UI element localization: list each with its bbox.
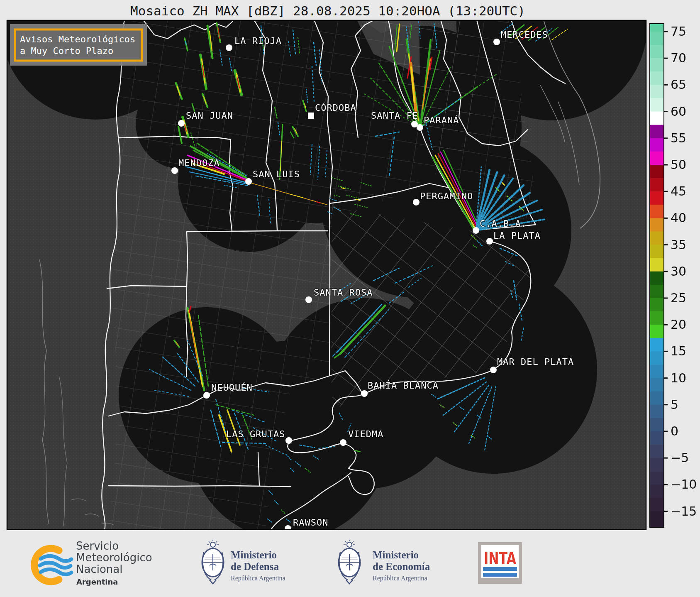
city-label: LAS GRUTAS (226, 429, 285, 439)
colorbar-segment (650, 191, 664, 205)
colorbar-tick-label: 50 (671, 157, 686, 172)
colorbar-segment (650, 85, 664, 98)
smn-text-3: Nacional (76, 563, 122, 575)
colorbar-segment (650, 351, 664, 365)
colorbar-segment (650, 125, 664, 139)
colorbar-segment (650, 298, 664, 312)
city-marker (245, 178, 252, 185)
colorbar-tick-label: −5 (671, 450, 689, 465)
colorbar-segment (650, 445, 664, 458)
colorbar-segment (650, 165, 664, 179)
alert-box-line2: a Muy Corto Plazo (20, 46, 113, 56)
colorbar-segment (650, 378, 664, 392)
colorbar-tick-label: 5 (671, 397, 678, 412)
colorbar-segment (650, 205, 664, 218)
colorbar-tick-label: 75 (671, 24, 686, 39)
city-marker (361, 390, 368, 397)
defensa-text-2: de Defensa (231, 561, 279, 572)
colorbar-segment (650, 484, 664, 498)
colorbar-segment (650, 152, 664, 165)
city-marker (413, 199, 420, 206)
colorbar-segment (650, 71, 664, 85)
colorbar-segment (650, 431, 664, 445)
colorbar-segment (650, 405, 664, 418)
city-marker (417, 124, 423, 131)
defensa-text-1: Ministerio (231, 549, 277, 560)
city-marker (473, 227, 479, 234)
colorbar-segment (650, 98, 664, 112)
inta-stripe-2 (483, 573, 517, 577)
colorbar-tick-label: 55 (671, 131, 686, 145)
colorbar-segment (650, 458, 664, 472)
colorbar-segment (650, 218, 664, 232)
city-label: SAN JUAN (186, 110, 233, 121)
city-marker (305, 296, 312, 303)
smn-text-2: Meteorológico (76, 551, 152, 564)
city-label: NEUQUÉN (211, 382, 253, 393)
colorbar-segment (650, 418, 664, 432)
city-label: CÓRDOBA (315, 103, 356, 113)
colorbar-segment (650, 138, 664, 152)
defensa-subtitle: República Argentina (231, 575, 285, 582)
economia-subtitle: República Argentina (373, 575, 427, 582)
alert-box[interactable]: Avisos Meteorológicos a Muy Corto Plazo (10, 24, 147, 66)
city-marker (178, 120, 185, 127)
city-label: LA PLATA (493, 230, 541, 241)
city-label: MENDOZA (178, 158, 220, 168)
colorbar-tick-label: 45 (671, 184, 686, 198)
colorbar-segment (650, 498, 664, 512)
city-marker (203, 392, 210, 399)
inta-stripe-1 (483, 567, 517, 571)
colorbar-segment (650, 245, 664, 259)
inta-text: INTA (484, 549, 516, 568)
colorbar-tick-label: 0 (671, 424, 678, 438)
colorbar-segment (650, 232, 664, 245)
colorbar-tick-label: 40 (671, 210, 686, 225)
city-label: SANTA ROSA (314, 287, 373, 298)
colorbar-segment (650, 58, 664, 72)
city-marker (493, 39, 500, 45)
colorbar-segment (650, 471, 664, 485)
city-marker (285, 437, 292, 444)
colorbar-tick-label: 65 (671, 77, 686, 92)
economia-text-2: de Economía (373, 561, 430, 572)
radar-map: LA RIOJA MERCEDES SAN JUAN CÓRDOBA SANTA… (1, 0, 647, 540)
alert-box-line1: Avisos Meteorológicos (20, 34, 135, 44)
city-marker-square (308, 113, 314, 119)
city-label: RAWSON (293, 517, 328, 528)
colorbar-segment (650, 325, 664, 338)
colorbar-segment (650, 32, 664, 45)
colorbar-segment (650, 272, 664, 285)
colorbar-fill (650, 24, 664, 528)
colorbar-segment (650, 391, 664, 405)
colorbar-segment (650, 258, 664, 272)
colorbar-tick-label: 25 (671, 291, 686, 305)
city-marker (226, 44, 232, 51)
colorbar-segment (650, 511, 664, 528)
city-marker (486, 238, 493, 245)
colorbar-segment (650, 24, 664, 32)
colorbar-segment (650, 311, 664, 325)
colorbar-segment (650, 285, 664, 298)
city-marker (340, 439, 346, 446)
economia-text-1: Ministerio (373, 549, 419, 560)
colorbar-tick-label: 60 (671, 104, 686, 119)
city-label: BAHÍA BLANCA (368, 380, 439, 391)
colorbar-tick-label: 10 (671, 371, 686, 385)
city-label: SAN LUIS (253, 169, 300, 179)
city-label: PARANÁ (424, 115, 459, 125)
colorbar-segment (650, 45, 664, 59)
city-label: VIEDMA (348, 429, 383, 439)
colorbar-segment (650, 112, 664, 125)
colorbar-tick-label: −15 (671, 504, 697, 519)
city-marker (490, 367, 497, 373)
city-label: MAR DEL PLATA (497, 357, 574, 367)
city-label: SANTA FE (371, 110, 418, 121)
smn-text-1: Servicio (76, 540, 119, 552)
colorbar-tick-label: 15 (671, 344, 686, 358)
city-marker (171, 167, 178, 174)
city-label: PERGAMINO (420, 191, 473, 201)
colorbar-tick-label: 20 (671, 317, 686, 332)
colorbar-segment (650, 365, 664, 379)
city-label: MERCEDES (501, 29, 548, 40)
